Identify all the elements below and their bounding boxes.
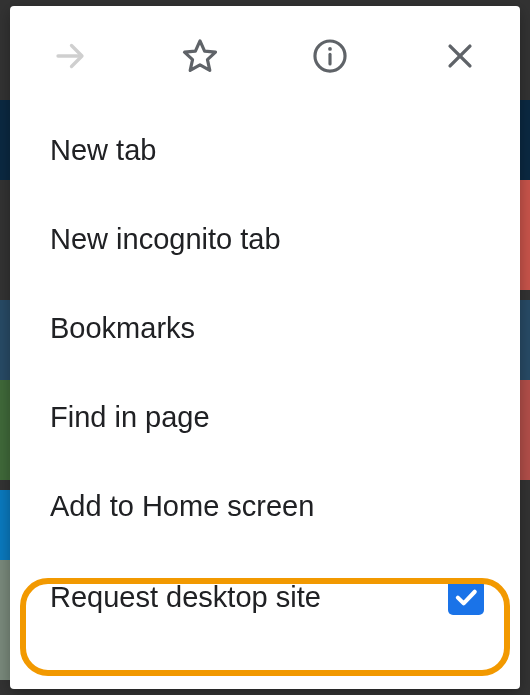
menu-icon-row <box>10 6 520 96</box>
menu-item-bookmarks[interactable]: Bookmarks <box>10 284 520 373</box>
menu-item-find-in-page[interactable]: Find in page <box>10 373 520 462</box>
menu-item-label: Find in page <box>50 401 210 434</box>
menu-item-new-tab[interactable]: New tab <box>10 106 520 195</box>
close-icon[interactable] <box>440 36 480 76</box>
menu-item-label: Add to Home screen <box>50 490 314 523</box>
svg-point-4 <box>328 47 332 51</box>
star-icon[interactable] <box>180 36 220 76</box>
svg-marker-1 <box>184 41 215 70</box>
forward-icon[interactable] <box>50 36 90 76</box>
menu-item-label: New tab <box>50 134 156 167</box>
menu-item-request-desktop-site[interactable]: Request desktop site <box>10 551 520 643</box>
menu-item-label: Bookmarks <box>50 312 195 345</box>
menu-item-add-to-home-screen[interactable]: Add to Home screen <box>10 462 520 551</box>
info-icon[interactable] <box>310 36 350 76</box>
overflow-menu: New tab New incognito tab Bookmarks Find… <box>10 6 520 689</box>
menu-list: New tab New incognito tab Bookmarks Find… <box>10 96 520 689</box>
request-desktop-checkbox[interactable] <box>448 579 484 615</box>
menu-item-label: New incognito tab <box>50 223 281 256</box>
menu-item-new-incognito-tab[interactable]: New incognito tab <box>10 195 520 284</box>
menu-item-label: Request desktop site <box>50 581 321 614</box>
